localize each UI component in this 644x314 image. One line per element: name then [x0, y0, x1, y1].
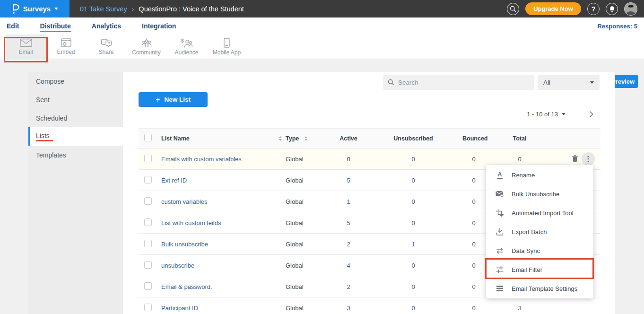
sort-list-name[interactable] — [279, 136, 282, 141]
chevron-down-icon[interactable] — [562, 113, 566, 115]
tab-analytics[interactable]: Analytics — [92, 20, 121, 32]
list-name-link[interactable]: List with custom feilds — [161, 219, 221, 227]
channel-community[interactable]: Community — [126, 35, 166, 59]
responses-count[interactable]: Responses: 5 — [597, 23, 637, 30]
share-icon — [101, 38, 112, 47]
search-input[interactable] — [398, 79, 530, 86]
row-checkbox[interactable] — [144, 261, 152, 269]
tab-integration[interactable]: Integration — [142, 20, 176, 32]
notifications-button[interactable] — [606, 3, 618, 15]
list-name-link[interactable]: Bulk unsubscribe — [161, 241, 208, 248]
next-page-button[interactable] — [589, 111, 593, 118]
row-checkbox[interactable] — [144, 218, 152, 226]
select-all-checkbox[interactable] — [144, 134, 152, 141]
menu-item-bulk-unsubscribe[interactable]: Bulk Unsubscribe — [486, 184, 593, 203]
active-count: 5 — [333, 170, 364, 191]
row-context-menu: A Rename Bulk Unsubscribe Automated Impo… — [486, 165, 593, 298]
list-type: Global — [286, 276, 333, 297]
row-checkbox[interactable] — [144, 176, 152, 183]
bounced-count: 0 — [462, 170, 485, 191]
help-button[interactable]: ? — [587, 3, 600, 15]
channel-mobile-app[interactable]: Mobile App — [207, 35, 247, 59]
new-list-button[interactable]: + New List — [139, 92, 208, 107]
bounced-count: 0 — [462, 255, 485, 276]
breadcrumb-folder[interactable]: 01 Take Survey — [80, 5, 127, 13]
row-checkbox[interactable] — [144, 240, 152, 247]
list-name-link[interactable]: Participant ID — [161, 305, 198, 312]
menu-item-rename[interactable]: A Rename — [486, 166, 593, 184]
col-total: Total — [485, 129, 554, 148]
list-name-link[interactable]: Ext ref ID — [161, 177, 187, 184]
bounced-count: 0 — [462, 212, 485, 234]
pagination-range[interactable]: 1 - 10 of 13 — [527, 111, 558, 118]
list-name-link[interactable]: unsubscribe — [161, 262, 194, 269]
email-filter-icon — [496, 266, 504, 273]
sidebar-item-lists[interactable]: Lists — [28, 127, 123, 146]
menu-item-data-sync[interactable]: Data Sync — [486, 241, 593, 260]
rename-icon: A — [496, 171, 504, 179]
menu-item-export-batch[interactable]: Export Batch — [486, 222, 593, 241]
list-type: Global — [286, 255, 333, 276]
row-checkbox[interactable] — [144, 282, 152, 290]
channel-label: Community — [132, 49, 161, 56]
row-checkbox[interactable] — [144, 197, 152, 205]
unsubscribed-count: 0 — [364, 276, 462, 297]
upgrade-now-button[interactable]: Upgrade Now — [525, 2, 581, 15]
questionpro-logo-icon — [11, 4, 19, 14]
list-name-link[interactable]: custom variables — [161, 198, 208, 205]
col-type: Type — [286, 135, 299, 142]
list-type: Global — [286, 170, 333, 191]
sidebar-item-compose[interactable]: Compose — [28, 72, 123, 90]
community-icon — [141, 38, 152, 48]
bounced-count: 0 — [462, 276, 485, 297]
search-button[interactable] — [507, 3, 519, 15]
active-count: 2 — [333, 276, 364, 297]
list-search — [383, 75, 534, 90]
row-checkbox[interactable] — [144, 155, 152, 162]
sort-type[interactable] — [305, 136, 307, 141]
bounced-count: 0 — [462, 297, 485, 314]
row-checkbox[interactable] — [144, 304, 152, 311]
table-header-row: List Name Type Active Unsubscribed Bounc… — [139, 129, 600, 148]
total-count: 3 — [485, 297, 554, 314]
channel-label: Audience — [174, 49, 198, 56]
delete-list-button[interactable] — [572, 155, 578, 163]
unsubscribed-count: 0 — [364, 148, 462, 170]
menu-label: Email Template Settings — [512, 285, 577, 292]
channel-embed[interactable]: Embed — [46, 35, 86, 59]
channel-email[interactable]: Email — [6, 35, 46, 59]
unsubscribed-count: 0 — [364, 191, 462, 212]
chevron-right-icon — [589, 111, 593, 118]
tab-edit[interactable]: Edit — [7, 20, 19, 32]
filter-value: All — [543, 79, 550, 86]
sidebar-item-templates[interactable]: Templates — [28, 146, 123, 164]
active-count: 3 — [333, 297, 364, 314]
embed-icon — [61, 38, 71, 47]
channel-share[interactable]: Share — [86, 35, 126, 59]
sidebar-item-sent[interactable]: Sent — [28, 90, 123, 109]
menu-item-automated-import-tool[interactable]: Automated Import Tool — [486, 203, 593, 222]
sidebar-label: Lists — [36, 132, 123, 140]
list-type: Global — [286, 191, 333, 212]
menu-item-email-filter[interactable]: Email Filter — [486, 260, 593, 279]
channel-audience[interactable]: $ Audience — [166, 35, 207, 59]
survey-nav: Edit Distribute Analytics Integration Re… — [0, 17, 644, 35]
tab-distribute[interactable]: Distribute — [40, 20, 70, 32]
sidebar-label: Compose — [36, 78, 123, 85]
channel-label: Embed — [57, 49, 75, 55]
bounced-count: 0 — [462, 234, 485, 255]
list-name-link[interactable]: Email & password. — [161, 283, 212, 290]
chevron-right-icon: › — [132, 5, 134, 13]
chevron-down-icon — [54, 8, 58, 10]
menu-item-email-template-settings[interactable]: Email Template Settings — [486, 279, 593, 298]
product-switcher[interactable]: Surveys — [0, 0, 70, 17]
unsubscribed-count: 0 — [364, 255, 462, 276]
user-avatar[interactable] — [624, 2, 637, 16]
list-type: Global — [286, 297, 333, 314]
search-icon — [388, 79, 394, 86]
list-filter-dropdown[interactable]: All — [538, 75, 600, 90]
col-list-name: List Name — [161, 135, 190, 142]
row-menu-button[interactable]: ⋮ — [582, 152, 595, 166]
sidebar-item-scheduled[interactable]: Scheduled — [28, 109, 123, 127]
list-name-link[interactable]: Emails with custom varialbles — [161, 156, 242, 163]
